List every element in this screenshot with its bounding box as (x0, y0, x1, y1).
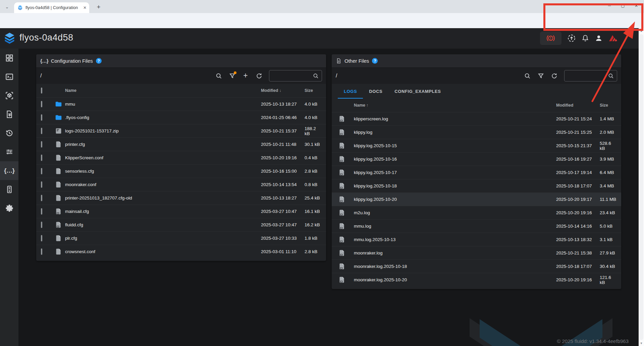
table-row[interactable]: klippy.log.2025-10-152025-10-15 21:37528… (332, 139, 621, 152)
sidebar-item-console[interactable] (0, 67, 18, 86)
window-minimize-button[interactable]: ─ (607, 3, 612, 8)
other-search-input[interactable] (567, 73, 608, 78)
browser-tab[interactable]: flyos-0a4d58 | Configuration ✕ (14, 2, 89, 13)
sidebar-item-history[interactable] (0, 124, 18, 142)
help-icon[interactable]: ? (96, 58, 102, 64)
search-icon[interactable] (521, 70, 534, 82)
table-row[interactable]: logs-20251021-153717.zip2025-10-21 15:37… (36, 124, 326, 137)
table-row[interactable]: klippy.log2025-10-21 15:252.0 MB (332, 125, 621, 139)
column-header-name[interactable]: Name (65, 88, 261, 93)
column-header-modified[interactable]: Modified↓ (261, 88, 305, 93)
row-checkbox[interactable] (41, 181, 42, 188)
scrollbar-thumb[interactable] (639, 34, 643, 340)
tab-search-button[interactable]: ⌄ (3, 3, 11, 11)
file-name: klippy.log.2025-10-17 (354, 170, 556, 175)
window-close-button[interactable]: ✕ (634, 3, 639, 8)
table-row[interactable]: fluidd.cfg2025-03-27 10:4716.2 kB (36, 218, 326, 231)
table-row[interactable]: moonraker.log2025-10-21 15:3827.9 kB (332, 246, 621, 260)
table-row[interactable]: m2u.log2025-10-20 19:1623.4 kB (332, 206, 621, 219)
config-path-breadcrumb[interactable]: / (40, 73, 212, 79)
search-icon[interactable] (212, 70, 225, 82)
add-file-icon[interactable]: + (239, 70, 252, 82)
tab-close-icon[interactable]: ✕ (83, 5, 87, 10)
tab-config_examples[interactable]: CONFIG_EXAMPLES (388, 84, 447, 99)
table-row[interactable]: KlipperScreen.conf2025-10-20 19:160.4 kB (36, 151, 326, 164)
scroll-down-icon[interactable]: ▼ (639, 342, 644, 345)
table-row[interactable]: moonraker.log.2025-10-202025-10-20 19:16… (332, 273, 621, 286)
page-scrollbar[interactable]: ▲ ▼ (639, 28, 644, 346)
config-search-box[interactable] (269, 70, 322, 81)
table-row[interactable]: klippy.log.2025-10-172025-10-17 19:146.4… (332, 166, 621, 179)
sidebar-item-dashboard[interactable] (0, 49, 18, 67)
sidebar-item-tune[interactable] (0, 142, 18, 161)
row-checkbox[interactable] (41, 168, 42, 174)
table-row[interactable]: moonraker.log.2025-10-182025-10-18 17:07… (332, 260, 621, 273)
app-header: flyos-0a4d58 (0, 28, 639, 49)
tab-logs[interactable]: LOGS (338, 84, 363, 99)
column-header-modified[interactable]: Modified (556, 103, 600, 108)
select-all-checkbox[interactable] (41, 88, 42, 94)
table-row[interactable]: klippy.log.2025-10-162025-10-16 19:273.9… (332, 152, 621, 166)
row-checkbox[interactable] (41, 195, 42, 201)
user-account-button[interactable] (592, 32, 606, 45)
row-checkbox[interactable] (41, 235, 42, 241)
filter-icon[interactable] (534, 70, 547, 82)
file-size: 3.4 MB (600, 183, 621, 188)
row-checkbox[interactable] (41, 141, 42, 148)
emergency-stop-button[interactable] (540, 32, 561, 45)
scroll-up-icon[interactable]: ▲ (639, 29, 644, 33)
table-row[interactable]: klipperscreen.log2025-10-21 15:241.4 MB (332, 112, 621, 125)
table-row[interactable]: mainsail.cfg2025-03-27 10:4716.1 kB (36, 205, 326, 218)
table-row[interactable]: .flyos-config2024-01-25 06:464.0 kB (36, 111, 326, 124)
row-checkbox-cell (41, 128, 52, 133)
file-modified: 2025-10-16 15:00 (261, 169, 305, 174)
sidebar-item-system[interactable] (0, 180, 18, 199)
other-search-box[interactable] (564, 70, 617, 81)
tab-docs[interactable]: DOCS (363, 84, 388, 99)
other-path-breadcrumb[interactable]: / (336, 73, 521, 79)
column-header-size[interactable]: Size (600, 103, 621, 108)
row-checkbox[interactable] (41, 114, 42, 121)
row-checkbox-cell (41, 236, 52, 241)
sidebar-item-settings[interactable] (0, 199, 18, 218)
table-row[interactable]: klippy.log.2025-10-182025-10-18 17:073.4… (332, 179, 621, 192)
row-checkbox[interactable] (41, 222, 42, 228)
row-checkbox[interactable] (41, 248, 42, 255)
notifications-bell-button[interactable] (578, 32, 592, 45)
table-row[interactable]: klippy.log.2025-10-202025-10-20 19:1711.… (332, 192, 621, 206)
fly-logo-button[interactable] (606, 32, 621, 45)
sidebar-item-gcode-preview[interactable] (0, 86, 18, 105)
table-row[interactable]: moonraker.conf2025-10-14 13:540.8 kB (36, 178, 326, 191)
table-row[interactable]: crowsnest.conf2025-03-01 11:102.8 kB (36, 245, 326, 258)
table-row[interactable]: mmu2025-10-13 18:274.0 kB (36, 97, 326, 111)
sidebar-item-jobs[interactable] (0, 105, 18, 124)
update-available-button[interactable] (565, 32, 579, 45)
file-icon (52, 154, 65, 161)
file-name: klippy.log.2025-10-20 (354, 197, 556, 202)
refresh-icon[interactable] (547, 70, 561, 82)
window-maximize-button[interactable]: ▢ (621, 3, 625, 8)
sidebar-item-configure[interactable]: {…} (0, 161, 18, 180)
help-icon[interactable]: ? (372, 58, 378, 64)
file-icon (52, 141, 65, 148)
table-row[interactable]: plr.cfg2025-03-27 10:331.8 kB (36, 231, 326, 245)
settings-icon (5, 204, 14, 213)
console-icon (5, 72, 14, 81)
row-checkbox-cell (41, 142, 52, 147)
config-search-input[interactable] (272, 73, 313, 78)
new-tab-button[interactable]: + (95, 3, 103, 11)
row-checkbox[interactable] (41, 155, 42, 161)
file-size: 121.6 kB (600, 275, 621, 285)
row-checkbox[interactable] (41, 101, 42, 107)
table-row[interactable]: mmu.log.2025-10-132025-10-13 18:323.1 kB (332, 233, 621, 246)
row-checkbox[interactable] (41, 208, 42, 215)
table-row[interactable]: mmu.log2025-10-14 14:165.0 kB (332, 219, 621, 233)
row-checkbox[interactable] (41, 128, 42, 134)
table-row[interactable]: sensorless.cfg2025-10-16 15:002.8 kB (36, 164, 326, 178)
table-row[interactable]: printer-20251013_182707.cfg-old2025-10-1… (36, 191, 326, 205)
table-row[interactable]: printer.cfg2025-10-21 11:4830.1 kB (36, 137, 326, 151)
filter-icon[interactable] (225, 70, 239, 82)
column-header-name[interactable]: Name↑ (354, 103, 556, 108)
column-header-size[interactable]: Size (305, 88, 326, 93)
refresh-icon[interactable] (252, 70, 266, 82)
